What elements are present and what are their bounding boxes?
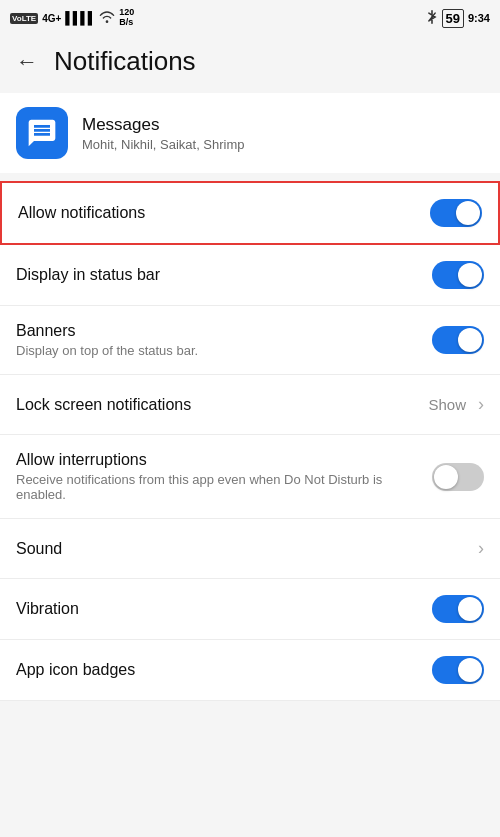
settings-item-allow-interruptions[interactable]: Allow interruptionsReceive notifications… — [0, 435, 500, 519]
status-right: 59 9:34 — [426, 9, 491, 28]
signal-bars: ▌▌▌▌ — [65, 11, 95, 25]
toggle-knob-display-status-bar — [458, 263, 482, 287]
settings-item-title-banners: Banners — [16, 322, 432, 340]
page-title: Notifications — [54, 46, 196, 77]
settings-item-left-allow-notifications: Allow notifications — [18, 204, 430, 222]
settings-item-title-allow-notifications: Allow notifications — [18, 204, 430, 222]
settings-item-left-sound: Sound — [16, 540, 470, 558]
toggle-allow-notifications[interactable] — [430, 199, 482, 227]
toggle-knob-banners — [458, 328, 482, 352]
chevron-group-sound: › — [470, 538, 484, 559]
chevron-value-lock-screen: Show — [428, 396, 466, 413]
back-button[interactable]: ← — [16, 49, 38, 75]
chevron-icon-lock-screen: › — [478, 394, 484, 415]
battery-icon: 59 — [442, 9, 464, 28]
toggle-allow-interruptions[interactable] — [432, 463, 484, 491]
settings-item-allow-notifications[interactable]: Allow notifications — [0, 181, 500, 245]
toggle-knob-app-icon-badges — [458, 658, 482, 682]
settings-item-title-vibration: Vibration — [16, 600, 432, 618]
settings-item-subtitle-banners: Display on top of the status bar. — [16, 343, 432, 358]
toggle-vibration[interactable] — [432, 595, 484, 623]
volte-badge: VoLTE — [10, 13, 38, 24]
toggle-knob-vibration — [458, 597, 482, 621]
settings-item-sound[interactable]: Sound› — [0, 519, 500, 579]
settings-item-title-sound: Sound — [16, 540, 470, 558]
app-contacts: Mohit, Nikhil, Saikat, Shrimp — [82, 137, 245, 152]
chevron-group-lock-screen: Show› — [428, 394, 484, 415]
status-bar: VoLTE 4G+ ▌▌▌▌ 120B/s 59 9:34 — [0, 0, 500, 36]
network-speed: 120B/s — [119, 8, 134, 28]
settings-item-app-icon-badges[interactable]: App icon badges — [0, 640, 500, 701]
settings-item-title-allow-interruptions: Allow interruptions — [16, 451, 432, 469]
header: ← Notifications — [0, 36, 500, 93]
settings-item-lock-screen[interactable]: Lock screen notificationsShow› — [0, 375, 500, 435]
wifi-icon — [99, 11, 115, 25]
app-icon — [16, 107, 68, 159]
settings-item-left-vibration: Vibration — [16, 600, 432, 618]
settings-item-left-display-status-bar: Display in status bar — [16, 266, 432, 284]
settings-item-subtitle-allow-interruptions: Receive notifications from this app even… — [16, 472, 432, 502]
settings-item-left-lock-screen: Lock screen notifications — [16, 396, 428, 414]
settings-item-left-allow-interruptions: Allow interruptionsReceive notifications… — [16, 451, 432, 502]
toggle-display-status-bar[interactable] — [432, 261, 484, 289]
clock: 9:34 — [468, 12, 490, 24]
settings-item-left-app-icon-badges: App icon badges — [16, 661, 432, 679]
signal-strength: 4G+ — [42, 13, 61, 24]
chevron-icon-sound: › — [478, 538, 484, 559]
status-left: VoLTE 4G+ ▌▌▌▌ 120B/s — [10, 8, 134, 28]
app-name: Messages — [82, 115, 245, 135]
bluetooth-icon — [426, 10, 438, 26]
settings-item-display-status-bar[interactable]: Display in status bar — [0, 245, 500, 306]
app-details: Messages Mohit, Nikhil, Saikat, Shrimp — [82, 115, 245, 152]
messages-icon — [26, 117, 58, 149]
settings-item-title-lock-screen: Lock screen notifications — [16, 396, 428, 414]
app-info: Messages Mohit, Nikhil, Saikat, Shrimp — [0, 93, 500, 173]
toggle-app-icon-badges[interactable] — [432, 656, 484, 684]
settings-item-title-app-icon-badges: App icon badges — [16, 661, 432, 679]
settings-item-title-display-status-bar: Display in status bar — [16, 266, 432, 284]
settings-list: Allow notificationsDisplay in status bar… — [0, 181, 500, 701]
toggle-knob-allow-notifications — [456, 201, 480, 225]
settings-item-vibration[interactable]: Vibration — [0, 579, 500, 640]
settings-item-banners[interactable]: BannersDisplay on top of the status bar. — [0, 306, 500, 375]
toggle-knob-allow-interruptions — [434, 465, 458, 489]
toggle-banners[interactable] — [432, 326, 484, 354]
settings-item-left-banners: BannersDisplay on top of the status bar. — [16, 322, 432, 358]
